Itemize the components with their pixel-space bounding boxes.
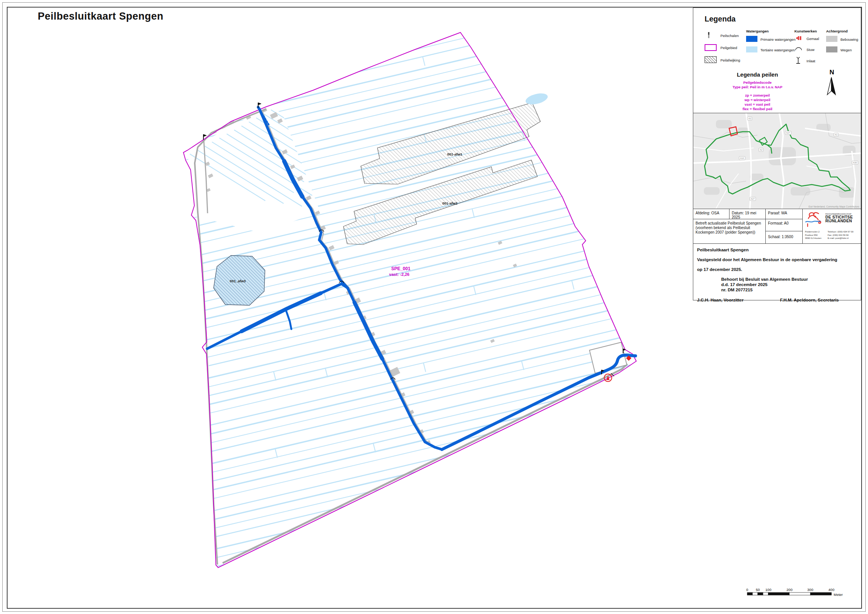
scale-tick-200: 200 [786, 588, 792, 592]
legend-label-tertiaire: Tertiaire watergangen [760, 48, 795, 52]
legend-header-watergangen: Watergangen [746, 29, 769, 33]
tertiary-waterway-line [191, 495, 647, 602]
scale-bar-segment [810, 592, 831, 595]
tertiary-connector-line [423, 363, 426, 372]
scale-bar-segment [747, 592, 753, 595]
tertiaire-watergang-swatch [746, 47, 758, 53]
legend-header-achtergrond: Achtergrond [826, 29, 848, 33]
legend-title: Legenda [705, 15, 736, 23]
tertiary-waterway-line [208, 8, 673, 107]
signature-secretaris: F.H.M. Apeldoorn, Secretaris [780, 298, 839, 303]
scale-bar-segment [763, 592, 768, 595]
legend-label-gemaal: Gemaal [806, 37, 819, 41]
primaire-watergang-swatch [746, 36, 758, 42]
peilgebied-peil-label: vast: -2,26 [389, 272, 409, 277]
scale-bar-segment [758, 592, 763, 595]
legend-label-peilschalen: Peilschalen [721, 34, 739, 38]
tertiary-connector-line [274, 372, 276, 381]
tertiary-connector-line [325, 62, 327, 71]
map-sheet: Peilbesluitkaart Spengen [0, 0, 868, 614]
legend-label-stuw: Stuw [806, 48, 814, 52]
schaal-cell: Schaal: 1:3500 [766, 231, 803, 243]
legend-label-peilafwijking: Peilafwijking [721, 58, 740, 62]
tertiary-connector-line [571, 513, 573, 522]
building [641, 349, 647, 354]
info-table: Afdeling: OSA Datum: 19 mei 2025 Paraaf:… [693, 209, 861, 244]
datum-cell: Datum: 19 mei 2025 [730, 209, 766, 219]
scale-tick-400: 400 [828, 588, 834, 592]
tertiary-connector-line [572, 281, 574, 290]
tertiary-connector-line [474, 286, 476, 295]
bebouwing-swatch [826, 36, 837, 42]
tertiary-connector-line [622, 203, 624, 212]
legend-panel: Legenda Peilschalen Peilgebied Peilafwij… [693, 8, 861, 113]
north-arrow: N [825, 68, 840, 102]
titleblock-behoort1: Behoort bij Besluit van Algemeen Bestuur [721, 277, 857, 282]
logo-addr1: Poldermolen 2 [805, 230, 822, 234]
logo-cell: HOOGHEEMRAADSCHAP DE STICHTSE RIJNLANDEN… [803, 209, 861, 243]
tertiary-connector-line [572, 51, 575, 60]
tertiary-waterway-line [207, 286, 637, 387]
tertiary-waterway-line [188, 8, 634, 103]
abbr-wp: wp = winterpeil [693, 98, 822, 102]
road-shield-a12: A12 [739, 156, 746, 160]
road-shield-a1: A1 [834, 133, 839, 136]
titleblock-behoort2: d.d. 17 december 2025 [721, 282, 857, 287]
road-shield-a27-bottom: A27 [750, 197, 756, 201]
tertiary-waterway-line [194, 456, 650, 563]
tertiary-waterway-line [210, 8, 648, 89]
legenda-peilen-title: Legenda peilen [693, 71, 822, 78]
gemaal-legend-icon [796, 36, 802, 40]
scale-bar-segment [789, 592, 811, 595]
building [454, 476, 460, 480]
tertiary-waterway-line [174, 443, 664, 559]
tertiary-waterway-line [210, 247, 640, 348]
tertiary-waterway-line [200, 377, 656, 484]
logo-org-line2: RIJNLANDEN [825, 219, 853, 223]
tertiary-connector-line [523, 438, 525, 447]
legend-label-primaire: Primaire watergangen [760, 37, 795, 42]
tertiary-connector-line [522, 361, 524, 370]
building [444, 467, 451, 473]
peilgebied-legend-swatch [705, 44, 717, 51]
signature-voorzitter: J.C.H. Haan, Voorzitter [697, 298, 780, 303]
titleblock-line2: Vastgesteld door het Algemeen Bestuur in… [697, 257, 857, 262]
tertiary-connector-line [620, 126, 623, 135]
tertiary-connector-line [375, 520, 377, 529]
scale-tick-100: 100 [765, 588, 771, 592]
typepeil-line: Type peil: Peil in m t.o.v. NAP [693, 85, 822, 89]
tertiary-connector-line [423, 57, 425, 66]
building [490, 339, 495, 343]
title-block: Peilbesluitkaart Spengen Vastgesteld doo… [693, 243, 861, 301]
locator-attribution: Esri Nederland, Community Maps Contribut… [809, 205, 859, 208]
afw1-label: 001-afw1 [447, 152, 463, 156]
road-shield-a30: A30 [852, 161, 858, 164]
road-shield-a27: A27 [785, 131, 791, 135]
tertiary-waterway-line [204, 326, 634, 427]
tertiary-waterway-line [183, 325, 673, 440]
titleblock-line3: op 17 december 2025. [697, 267, 857, 272]
titleblock-line1: Peilbesluitkaart Spengen [697, 248, 857, 253]
tertiary-connector-line [275, 449, 277, 458]
tertiary-waterway-line [170, 8, 676, 78]
tertiary-connector-line [472, 209, 474, 218]
scale-unit: Meter [834, 592, 843, 597]
tertiary-waterway-line [195, 440, 625, 541]
building [636, 346, 640, 349]
building [437, 483, 442, 488]
tertiary-connector-line [326, 368, 327, 377]
paraaf-cell: Paraaf: WA [766, 209, 803, 219]
wegen-swatch [826, 47, 837, 53]
road-shield-a2-mid: A2 [759, 148, 763, 152]
locator-map: A2 A27 A2 A12 A1 A30 A27 Esri Nederland,… [693, 113, 861, 209]
tertiary-connector-line [226, 64, 229, 73]
locator-map-canvas [693, 113, 861, 209]
inlaat-legend-icon [796, 57, 800, 65]
tertiary-waterway-line [192, 468, 675, 581]
tertiary-waterway-line [170, 480, 661, 595]
legend-label-wegen: Wegen [840, 48, 852, 52]
building [329, 245, 335, 251]
betreft-cell: Betreft actualisatie Peilbesluit Spengen… [693, 219, 766, 243]
scale-tick-50: 50 [756, 588, 760, 592]
abbr-zp: zp = zomerpeil [693, 93, 822, 98]
